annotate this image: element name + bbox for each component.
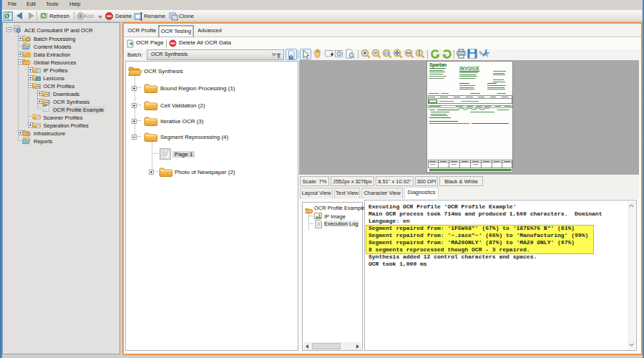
svg-text:1:1: 1:1 (384, 51, 389, 55)
svg-text:ABC: ABC (43, 105, 48, 107)
svg-text:אɠ: אɠ (46, 92, 49, 95)
svg-text:אɠ: אɠ (46, 100, 49, 103)
svg-text:אɠ: אɠ (36, 84, 39, 87)
